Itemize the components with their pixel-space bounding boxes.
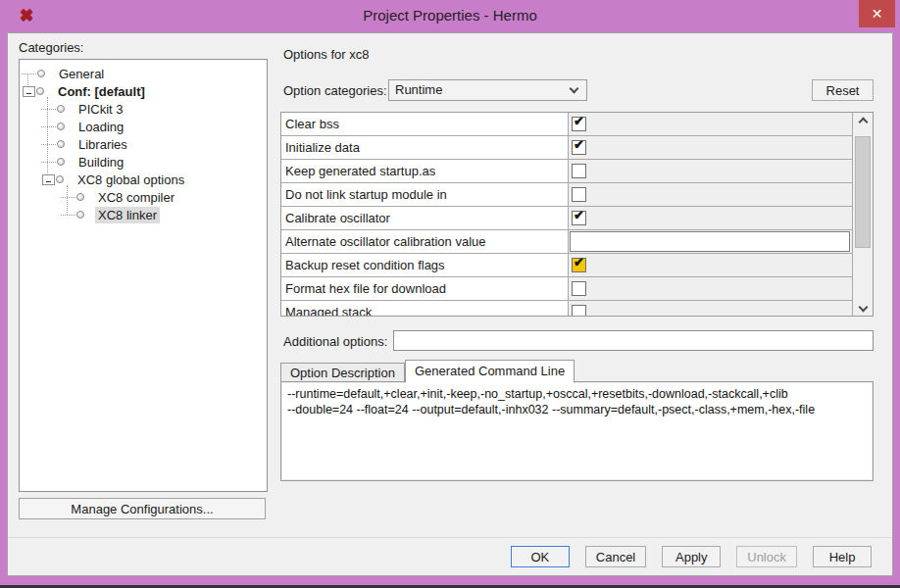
tree-item[interactable]: General: [20, 65, 267, 82]
tree-item-label: Conf: [default]: [55, 83, 148, 100]
chevron-down-icon: [858, 303, 868, 313]
tree-item[interactable]: Loading: [20, 118, 267, 135]
tree-connector: [22, 68, 34, 80]
tree-connector: [41, 138, 54, 151]
option-row: Clear bss ✔: [281, 113, 852, 136]
tree-item-label: Libraries: [75, 136, 130, 153]
tree-connector: [41, 156, 54, 169]
option-row: Initialize data ✔: [281, 136, 852, 160]
option-label: Do not link startup module in: [281, 183, 569, 206]
tab-option-description[interactable]: Option Description: [280, 363, 405, 382]
tree-expander-icon[interactable]: [23, 86, 35, 97]
check-icon: ✔: [574, 255, 584, 270]
tree-item[interactable]: Libraries: [20, 135, 267, 153]
tree-connector: [41, 121, 54, 133]
option-value-cell: [569, 230, 852, 253]
chevron-up-icon: [858, 118, 868, 127]
tree-item-label: XC8 global options: [75, 172, 187, 188]
option-row: Do not link startup module in ✔: [281, 183, 852, 207]
tree-item[interactable]: XC8 compiler: [20, 188, 267, 206]
option-checkbox[interactable]: ✔: [572, 140, 586, 155]
tree-item[interactable]: XC8 linker: [20, 206, 267, 223]
help-button[interactable]: Help: [813, 546, 872, 567]
tree-connector: [41, 103, 54, 116]
option-categories-label: Option categories:: [283, 83, 387, 98]
option-value-cell: ✔: [569, 277, 852, 300]
option-label: Calibrate oscillator: [281, 207, 569, 229]
option-checkbox[interactable]: ✔: [572, 211, 586, 225]
option-categories-value: Runtime: [395, 82, 442, 97]
option-row: Format hex file for download ✔: [281, 277, 852, 301]
chevron-down-icon: [570, 84, 579, 94]
command-line-text: --double=24 --float=24 --output=default,…: [287, 402, 867, 417]
tree-item[interactable]: XC8 global options: [20, 171, 267, 188]
option-row: Calibrate oscillator ✔: [281, 207, 852, 230]
tab-generated-command-line[interactable]: Generated Command Line: [405, 360, 575, 383]
tree-node-icon: [76, 211, 84, 219]
dialog-content: Categories: General Conf: [default] PICk…: [7, 32, 893, 576]
tree-item[interactable]: Conf: [default]: [20, 82, 267, 100]
option-categories-dropdown[interactable]: Runtime: [388, 79, 587, 101]
option-label: Keep generated startup.as: [281, 160, 569, 182]
check-icon: ✔: [574, 208, 584, 222]
scroll-down-button[interactable]: [853, 298, 873, 316]
tree-item[interactable]: Building: [20, 153, 267, 171]
description-tabs: Option DescriptionGenerated Command Line: [280, 359, 575, 382]
tree-item-label: General: [56, 66, 107, 82]
tree-node-icon: [36, 87, 44, 95]
option-value-cell: ✔: [569, 301, 852, 316]
tree-node-icon: [57, 122, 65, 130]
cancel-button[interactable]: Cancel: [585, 546, 646, 567]
option-label: Format hex file for download: [281, 277, 569, 300]
footer-buttons: OKCancelApplyUnlockHelp: [511, 546, 872, 567]
options-heading: Options for xc8: [283, 47, 369, 62]
tree-node-icon: [57, 140, 65, 148]
option-value-cell: ✔: [569, 113, 852, 135]
option-row: Alternate oscillator calibration value: [281, 230, 852, 254]
window-frame: ✖ Project Properties - Hermo ✕ Categorie…: [0, 0, 900, 588]
tree-item[interactable]: PICkit 3: [20, 100, 267, 118]
option-label: Alternate oscillator calibration value: [281, 230, 569, 253]
option-checkbox[interactable]: ✔: [572, 258, 586, 272]
option-text-input[interactable]: [570, 231, 850, 252]
scrollbar-thumb[interactable]: [855, 136, 871, 248]
option-row: Backup reset condition flags ✔: [281, 254, 852, 277]
option-label: Managed stack: [281, 301, 569, 316]
tree-connector: [61, 191, 74, 204]
tree-node-icon: [57, 105, 65, 113]
scroll-up-button[interactable]: [853, 113, 873, 130]
tree-expander-icon[interactable]: [42, 174, 55, 185]
tree-item-label: Loading: [75, 119, 126, 135]
manage-configurations-button[interactable]: Manage Configurations...: [19, 498, 266, 519]
option-checkbox[interactable]: ✔: [572, 117, 586, 131]
categories-tree: General Conf: [default] PICkit 3 Loading…: [19, 59, 268, 492]
option-checkbox[interactable]: ✔: [572, 187, 586, 202]
option-row: Managed stack ✔: [281, 301, 852, 316]
option-value-cell: ✔: [569, 183, 852, 206]
close-button[interactable]: ✕: [859, 0, 895, 27]
tree-item-label: XC8 linker: [95, 207, 160, 223]
tree-connector: [61, 209, 74, 221]
tree-node-icon: [57, 158, 65, 166]
option-value-cell: ✔: [569, 254, 852, 276]
tree-node-icon: [37, 70, 45, 77]
tree-node-icon: [76, 193, 84, 201]
apply-button[interactable]: Apply: [662, 546, 721, 567]
close-icon: ✕: [872, 6, 883, 22]
option-value-cell: ✔: [569, 160, 852, 182]
options-scrollbar[interactable]: [852, 113, 873, 316]
additional-options-input[interactable]: [393, 330, 874, 351]
option-label: Backup reset condition flags: [281, 254, 569, 276]
option-value-cell: ✔: [569, 136, 852, 159]
check-icon: ✔: [574, 114, 584, 128]
tree-node-icon: [56, 175, 64, 183]
option-checkbox[interactable]: ✔: [572, 164, 586, 178]
footer-separator: [8, 537, 892, 538]
option-checkbox[interactable]: ✔: [572, 305, 586, 316]
reset-button[interactable]: Reset: [812, 79, 874, 101]
command-line-text: --runtime=default,+clear,+init,-keep,-no…: [287, 386, 867, 402]
ok-button[interactable]: OK: [511, 546, 570, 567]
generated-command-line-box: --runtime=default,+clear,+init,-keep,-no…: [280, 381, 874, 481]
option-checkbox[interactable]: ✔: [572, 281, 586, 296]
options-table: Clear bss ✔ Initialize data ✔ Keep gener…: [280, 112, 874, 317]
